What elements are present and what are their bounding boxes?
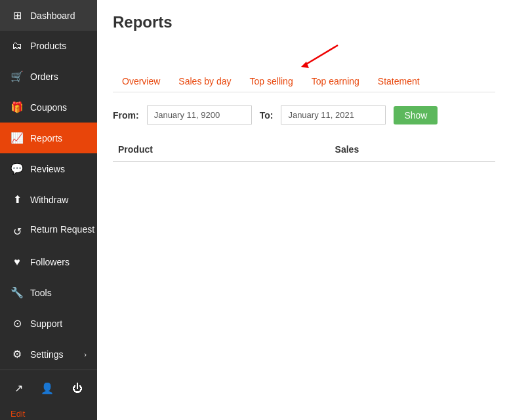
sidebar-item-support[interactable]: ⊙ Support	[0, 308, 97, 339]
sidebar-item-dashboard[interactable]: ⊞ Dashboard	[0, 0, 97, 31]
sidebar-item-label: Dashboard	[30, 10, 75, 21]
to-input[interactable]	[281, 105, 386, 124]
tab-top-selling[interactable]: Top selling	[241, 71, 302, 92]
report-table: Product Sales	[113, 138, 495, 162]
tab-sales-by-day[interactable]: Sales by day	[169, 71, 240, 92]
sidebar-item-reviews[interactable]: 💬 Reviews	[0, 153, 97, 184]
dashboard-icon: ⊞	[10, 9, 24, 22]
reports-icon: 📈	[10, 132, 24, 144]
sidebar-item-label: Reports	[30, 133, 62, 143]
sidebar-item-label: Support	[30, 318, 62, 329]
sidebar-item-settings[interactable]: ⚙ Settings ›	[0, 339, 97, 370]
page-title: Reports	[113, 13, 495, 31]
tabs: Overview Sales by day Top selling Top ea…	[113, 71, 495, 92]
coupons-icon: 🎁	[10, 101, 24, 113]
show-button[interactable]: Show	[394, 106, 438, 124]
sidebar-item-label: Withdraw	[30, 195, 68, 205]
sidebar-item-followers[interactable]: ♥ Followers	[0, 247, 97, 277]
col-sales: Sales	[330, 138, 495, 162]
sidebar-item-label: Return Request	[30, 224, 94, 235]
sidebar-item-label: Settings	[30, 349, 64, 360]
edit-link[interactable]: Edit	[0, 406, 97, 420]
main-content: Reports Overview Sales by day Top sellin…	[97, 0, 511, 420]
settings-arrow-icon: ›	[84, 351, 87, 358]
annotation-container	[113, 42, 495, 68]
sidebar-item-label: Products	[30, 41, 66, 51]
tab-statement[interactable]: Statement	[369, 71, 429, 92]
red-arrow-annotation	[292, 42, 344, 68]
sidebar-item-return-request[interactable]: ↺ Return Request	[0, 215, 97, 247]
sidebar-item-label: Coupons	[30, 102, 67, 113]
from-input[interactable]	[147, 105, 252, 124]
tab-overview[interactable]: Overview	[113, 71, 169, 92]
support-icon: ⊙	[10, 317, 24, 330]
sidebar: ⊞ Dashboard 🗂 Products 🛒 Orders 🎁 Coupon…	[0, 0, 97, 420]
sidebar-item-withdraw[interactable]: ⬆ Withdraw	[0, 184, 97, 215]
user-icon[interactable]: 👤	[37, 378, 58, 398]
tools-icon: 🔧	[10, 286, 24, 299]
tab-top-earning[interactable]: Top earning	[302, 71, 369, 92]
sidebar-item-orders[interactable]: 🛒 Orders	[0, 61, 97, 92]
return-icon: ↺	[10, 225, 24, 238]
followers-icon: ♥	[10, 256, 24, 268]
from-label: From:	[113, 110, 139, 121]
power-icon[interactable]: ⏻	[68, 379, 87, 398]
settings-icon: ⚙	[10, 348, 24, 360]
sidebar-item-label: Reviews	[30, 164, 65, 174]
sidebar-bottom-bar: ↗ 👤 ⏻	[0, 370, 97, 406]
orders-icon: 🛒	[10, 70, 24, 83]
sidebar-item-coupons[interactable]: 🎁 Coupons	[0, 92, 97, 123]
external-link-icon[interactable]: ↗	[10, 378, 27, 398]
to-label: To:	[260, 110, 274, 121]
sidebar-item-reports[interactable]: 📈 Reports	[0, 123, 97, 153]
sidebar-item-label: Orders	[30, 71, 58, 82]
products-icon: 🗂	[10, 40, 24, 52]
sidebar-item-label: Tools	[30, 288, 52, 298]
col-product: Product	[113, 138, 330, 162]
sidebar-item-products[interactable]: 🗂 Products	[0, 31, 97, 61]
svg-line-0	[305, 45, 338, 65]
withdraw-icon: ⬆	[10, 193, 24, 206]
filter-row: From: To: Show	[113, 105, 495, 124]
sidebar-item-tools[interactable]: 🔧 Tools	[0, 277, 97, 308]
sidebar-item-label: Followers	[30, 257, 70, 267]
reviews-icon: 💬	[10, 162, 24, 175]
table-header-row: Product Sales	[113, 138, 495, 162]
